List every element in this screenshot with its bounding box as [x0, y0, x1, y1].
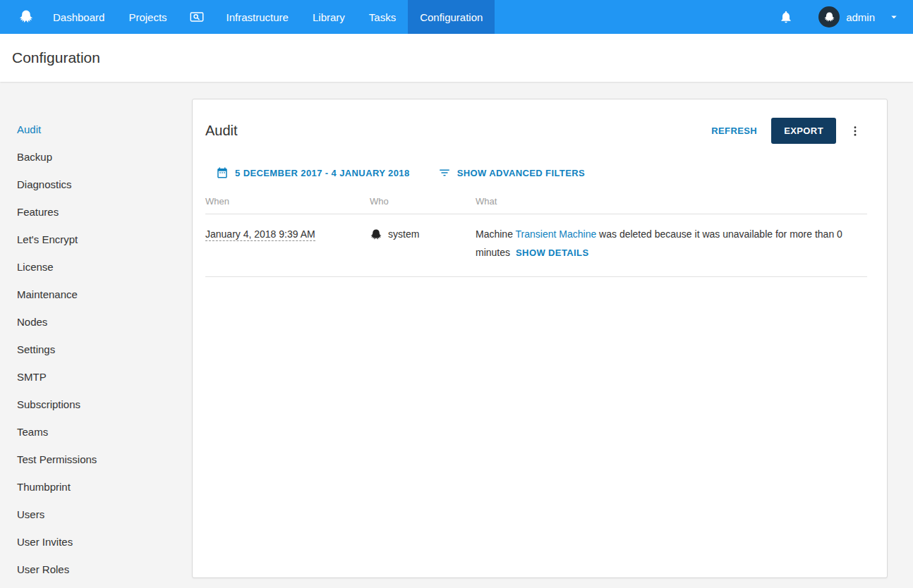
- refresh-button[interactable]: REFRESH: [704, 120, 764, 142]
- sidebar-item-test-permissions[interactable]: Test Permissions: [0, 446, 192, 473]
- when-cell: January 4, 2018 9:39 AM: [205, 226, 370, 262]
- event-timestamp: January 4, 2018 9:39 AM: [205, 228, 315, 241]
- notifications-button[interactable]: [769, 10, 803, 24]
- table-row: January 4, 2018 9:39 AM system Machine T…: [205, 214, 867, 277]
- nav-item-label: Dashboard: [53, 11, 104, 23]
- top-navbar: Dashboard Projects Infrastructure Librar…: [0, 0, 913, 34]
- what-cell: Machine Transient Machine was deleted be…: [476, 226, 867, 262]
- sidebar-item-user-invites[interactable]: User Invites: [0, 528, 192, 556]
- sidebar-item-maintenance[interactable]: Maintenance: [0, 281, 192, 308]
- column-header-what: What: [476, 196, 867, 207]
- configuration-sidebar: Audit Backup Diagnostics Features Let's …: [0, 82, 192, 583]
- column-header-when: When: [205, 196, 370, 207]
- nav-item-projects[interactable]: Projects: [116, 0, 179, 34]
- sidebar-item-diagnostics[interactable]: Diagnostics: [0, 171, 192, 198]
- page-header: Configuration: [0, 34, 913, 82]
- sidebar-item-user-roles[interactable]: User Roles: [0, 556, 192, 583]
- audit-card: Audit REFRESH EXPORT: [192, 99, 888, 578]
- sidebar-item-smtp[interactable]: SMTP: [0, 363, 192, 391]
- nav-item-tasks[interactable]: Tasks: [357, 0, 408, 34]
- octopus-logo-icon: [18, 9, 34, 25]
- advanced-filters-label: SHOW ADVANCED FILTERS: [457, 168, 586, 178]
- audit-card-title: Audit: [205, 123, 238, 139]
- sidebar-item-backup[interactable]: Backup: [0, 143, 192, 171]
- date-range-picker[interactable]: 5 DECEMBER 2017 - 4 JANUARY 2018: [216, 166, 410, 179]
- sidebar-item-thumbprint[interactable]: Thumbprint: [0, 473, 192, 501]
- nav-item-configuration[interactable]: Configuration: [408, 0, 495, 34]
- nav-item-label: Configuration: [420, 11, 483, 23]
- who-cell: system: [370, 226, 476, 262]
- nav-item-label: Tasks: [369, 11, 396, 23]
- sidebar-item-license[interactable]: License: [0, 253, 192, 281]
- sidebar-item-lets-encrypt[interactable]: Let's Encrypt: [0, 226, 192, 253]
- event-description-prefix: Machine: [476, 228, 516, 240]
- sidebar-item-nodes[interactable]: Nodes: [0, 308, 192, 336]
- machine-link[interactable]: Transient Machine: [516, 228, 597, 240]
- nav-item-label: Infrastructure: [226, 11, 289, 23]
- nav-item-label: Library: [313, 11, 345, 23]
- export-button[interactable]: EXPORT: [771, 118, 836, 144]
- sidebar-item-audit[interactable]: Audit: [0, 116, 192, 143]
- nav-search-button[interactable]: [179, 0, 214, 34]
- advanced-filters-toggle[interactable]: SHOW ADVANCED FILTERS: [438, 166, 586, 179]
- table-header-row: When Who What: [205, 192, 867, 214]
- bell-icon: [779, 10, 793, 24]
- sidebar-item-teams[interactable]: Teams: [0, 418, 192, 446]
- chevron-down-icon: [888, 11, 900, 23]
- sidebar-item-users[interactable]: Users: [0, 501, 192, 528]
- date-range-label: 5 DECEMBER 2017 - 4 JANUARY 2018: [235, 168, 410, 178]
- nav-item-library[interactable]: Library: [301, 0, 357, 34]
- search-icon: [189, 9, 205, 25]
- nav-item-dashboard[interactable]: Dashboard: [41, 0, 116, 34]
- system-octopus-icon: [370, 228, 382, 241]
- nav-item-infrastructure[interactable]: Infrastructure: [214, 0, 301, 34]
- filter-icon: [438, 166, 451, 179]
- user-menu-button[interactable]: [888, 11, 900, 23]
- user-name[interactable]: admin: [846, 11, 875, 23]
- event-actor: system: [388, 226, 419, 244]
- column-header-who: Who: [370, 196, 476, 207]
- show-details-link[interactable]: SHOW DETAILS: [516, 247, 589, 258]
- sidebar-item-settings[interactable]: Settings: [0, 336, 192, 363]
- avatar-octopus-icon: [823, 11, 835, 23]
- audit-table: When Who What January 4, 2018 9:39 AM: [205, 192, 867, 277]
- sidebar-item-features[interactable]: Features: [0, 198, 192, 226]
- calendar-icon: [216, 166, 229, 179]
- user-avatar[interactable]: [818, 6, 840, 27]
- overflow-menu-button[interactable]: [846, 122, 864, 140]
- octopus-logo[interactable]: [0, 0, 41, 34]
- page-title: Configuration: [12, 49, 100, 66]
- sidebar-item-subscriptions[interactable]: Subscriptions: [0, 391, 192, 418]
- nav-item-label: Projects: [128, 11, 167, 23]
- kebab-icon: [849, 125, 861, 137]
